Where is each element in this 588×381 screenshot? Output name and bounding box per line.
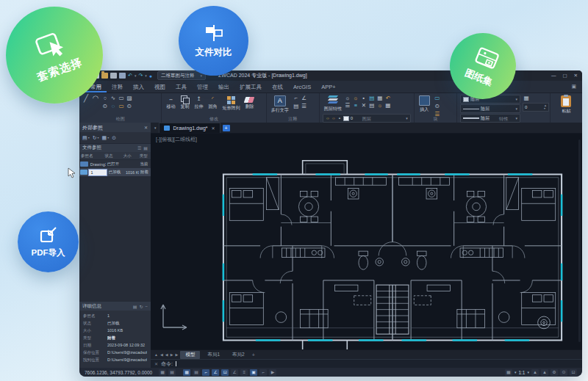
layer-state-icon[interactable]: ▤	[368, 102, 376, 109]
copy-button[interactable]: 复制	[179, 95, 190, 111]
point-tool-icon[interactable]: ⊙	[101, 103, 109, 110]
document-tab-drawing1[interactable]: Drawing1.dwg* ✕	[159, 123, 220, 133]
linetype-dropdown[interactable]: 随层 ▾	[460, 104, 520, 113]
text-style-icon[interactable]: ☰	[301, 103, 308, 110]
details-save-icon[interactable]: ▤	[133, 304, 137, 309]
command-line[interactable]: ✕ 命令:	[151, 359, 582, 368]
tab-online[interactable]: 在线	[267, 81, 288, 92]
layer-prev-icon[interactable]: ↶	[384, 95, 392, 102]
col-name[interactable]: 参照名	[79, 153, 103, 159]
model-canvas[interactable]: [-][俯视][二维线框]	[151, 134, 582, 349]
leader-icon[interactable]: ∠	[301, 95, 308, 102]
xref-row-1[interactable]: 1 已加载 1016 KB 附着	[79, 168, 151, 176]
selection-cycling-toggle[interactable]: ▶	[269, 369, 276, 376]
workspace-gear-icon[interactable]: ⚙	[551, 369, 558, 376]
layer-merge-icon[interactable]: ≡	[352, 102, 359, 109]
layer-on-icon[interactable]: ☼	[344, 95, 351, 102]
dyn-ucs-toggle[interactable]: ⌐	[259, 369, 267, 376]
spline-tool-icon[interactable]: ∿	[110, 95, 117, 102]
col-size[interactable]: 大小	[122, 153, 138, 159]
tab-arcgis[interactable]: ArcGIS	[288, 81, 316, 92]
isolate-objects-icon[interactable]: ⊙	[560, 369, 567, 376]
help-button[interactable]: ⊙	[112, 135, 116, 141]
array-button[interactable]: 矩形阵列	[220, 95, 241, 112]
model-tab[interactable]: 模型	[180, 351, 200, 359]
layer-walk-icon[interactable]: ☰	[344, 102, 351, 109]
polar-toggle[interactable]: ∠	[212, 369, 219, 376]
annotation-scale-value[interactable]: 1:1	[518, 370, 525, 375]
circle-tool-icon[interactable]: ○	[101, 95, 109, 102]
tab-output[interactable]: 输出	[213, 81, 234, 92]
layout1-tab[interactable]: 布局1	[202, 351, 225, 359]
col-type[interactable]: 类型	[138, 153, 151, 159]
pdf-import-badge[interactable]: PDF导入	[18, 211, 79, 272]
maximize-button[interactable]: ▢	[562, 73, 567, 79]
panel-modify-label[interactable]: 修改	[162, 116, 265, 123]
tab-close-icon[interactable]: ✕	[212, 126, 215, 131]
otrack-toggle[interactable]: ∠	[231, 369, 238, 376]
tab-insert[interactable]: 插入	[128, 81, 149, 92]
linear-dim-icon[interactable]: ⌐	[293, 95, 300, 102]
canvas-scrollbar[interactable]	[578, 139, 581, 342]
model-badge-caret-icon[interactable]: ▾	[514, 370, 517, 374]
prev-layout-icon[interactable]: ◀	[160, 352, 163, 357]
create-block-icon[interactable]: ▭	[434, 95, 441, 102]
preview-icon[interactable]	[119, 73, 126, 79]
prev2-layout-icon[interactable]: ◀	[165, 352, 168, 357]
block-editor-icon[interactable]: ⊙	[434, 103, 441, 110]
tab-tools[interactable]: 工具	[171, 81, 192, 92]
xref-name-edit-input[interactable]: 1	[88, 169, 107, 176]
scale-caret-icon[interactable]: ▾	[527, 370, 529, 374]
next2-layout-icon[interactable]: ▶	[176, 352, 179, 357]
stretch-button[interactable]: ↥ 拉伸	[193, 95, 204, 111]
paste-button[interactable]: 粘贴	[559, 95, 573, 115]
layer-off-icon[interactable]: ☼	[376, 102, 384, 109]
tab-express[interactable]: 扩展工具	[234, 81, 267, 92]
region-tool-icon[interactable]: ⊙	[126, 103, 133, 110]
layer-match-icon[interactable]: ▤	[368, 95, 376, 102]
hatch-tool-icon[interactable]: ▨	[126, 95, 133, 102]
list-view-icon[interactable]: ☰	[137, 145, 141, 150]
model-space-icon[interactable]: ▦	[159, 369, 166, 376]
panel-annotate-label[interactable]: 注释	[267, 116, 319, 123]
panel-block-label[interactable]: 块	[415, 116, 456, 123]
close-button[interactable]: ✕	[574, 73, 578, 79]
redo-icon[interactable]: ↷	[138, 73, 143, 79]
layer-freeze-icon[interactable]: ☼	[352, 95, 359, 102]
osnap-toggle[interactable]: ⊡	[221, 369, 229, 376]
layer-thaw-icon[interactable]: ▦	[384, 102, 392, 109]
rectangle-tool-icon[interactable]: ▭	[118, 95, 125, 102]
erase-button[interactable]: 删除	[243, 95, 255, 111]
lineweight-toggle[interactable]: ≡	[240, 369, 248, 376]
layout2-tab[interactable]: 布局2	[227, 351, 250, 359]
attach-dwg-button[interactable]: ▤▾	[82, 135, 90, 141]
transparency-spinner[interactable]: 0 ▲▾	[523, 103, 549, 112]
tab-view[interactable]: 视图	[149, 81, 171, 92]
refresh-button[interactable]: ↻▾	[93, 135, 99, 141]
tab-manage[interactable]: 管理	[192, 81, 213, 92]
mtext-button[interactable]: A 多行文字	[270, 95, 290, 115]
sheet-set-badge[interactable]: 图纸集	[450, 33, 516, 99]
ortho-toggle[interactable]: ⌐	[202, 369, 209, 376]
move-button[interactable]: ↔ 移动	[165, 95, 176, 111]
new-document-tab-button[interactable]: +	[223, 125, 230, 131]
arc-tool-icon[interactable]: ◠	[92, 95, 99, 102]
panel-properties-label[interactable]: 特性	[457, 116, 550, 123]
dyn-toggle[interactable]: ▣	[250, 369, 257, 376]
dim-style-icon[interactable]: ▤	[293, 103, 300, 110]
panel-layers-label[interactable]: 图层	[320, 116, 414, 123]
fillet-button[interactable]: ◜ 圆角	[207, 95, 218, 111]
snap-toggle[interactable]: ▦	[183, 369, 190, 376]
annotation-visibility-icon[interactable]: ▲	[531, 369, 539, 376]
spin-down-icon[interactable]: ▾	[544, 107, 547, 110]
autoscale-icon[interactable]: ▲	[541, 369, 548, 376]
insert-block-button[interactable]: 插入	[417, 95, 431, 114]
grid-toggle[interactable]: ▤	[193, 369, 200, 376]
match-properties-icon[interactable]: ▦	[523, 95, 530, 102]
ribbon-collapse-icon[interactable]: ▣	[571, 84, 576, 90]
print-icon[interactable]	[110, 73, 117, 79]
ellipse-tool-icon[interactable]: ◌	[110, 103, 117, 110]
tab-app[interactable]: APP+	[316, 81, 340, 92]
paper-space-icon[interactable]: ▤	[168, 369, 176, 376]
tree-view-icon[interactable]: ▤	[143, 145, 148, 150]
